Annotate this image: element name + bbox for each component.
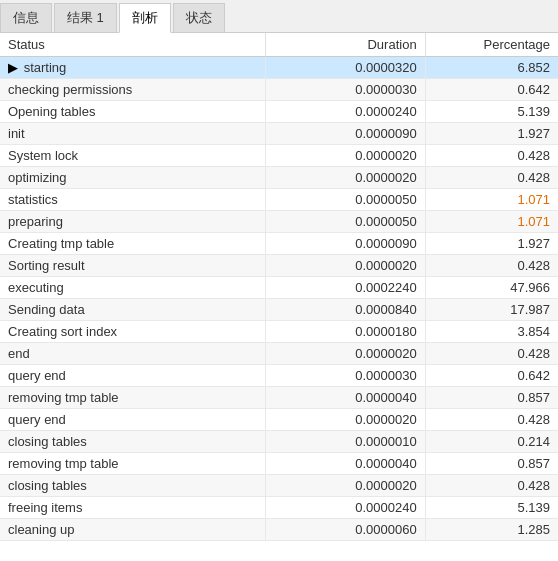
table-row[interactable]: Sorting result0.00000200.428: [0, 255, 558, 277]
cell-duration: 0.0000840: [266, 299, 425, 321]
cell-duration: 0.0000030: [266, 79, 425, 101]
table-row[interactable]: closing tables0.00000100.214: [0, 431, 558, 453]
cell-percentage: 0.428: [425, 167, 558, 189]
table-row[interactable]: ▶ starting0.00003206.852: [0, 57, 558, 79]
cell-percentage: 1.071: [425, 211, 558, 233]
cell-percentage: 47.966: [425, 277, 558, 299]
cell-duration: 0.0000020: [266, 409, 425, 431]
cell-status: checking permissions: [0, 79, 266, 101]
cell-percentage: 0.642: [425, 365, 558, 387]
table-row[interactable]: Creating sort index0.00001803.854: [0, 321, 558, 343]
table-row[interactable]: Opening tables0.00002405.139: [0, 101, 558, 123]
cell-duration: 0.0000020: [266, 475, 425, 497]
cell-status: Creating tmp table: [0, 233, 266, 255]
cell-status: optimizing: [0, 167, 266, 189]
cell-percentage: 1.927: [425, 233, 558, 255]
cell-duration: 0.0000020: [266, 167, 425, 189]
table-row[interactable]: cleaning up0.00000601.285: [0, 519, 558, 541]
cell-status: query end: [0, 365, 266, 387]
cell-duration: 0.0000020: [266, 343, 425, 365]
row-arrow-icon: ▶: [8, 60, 24, 75]
cell-duration: 0.0000050: [266, 211, 425, 233]
table-row[interactable]: Creating tmp table0.00000901.927: [0, 233, 558, 255]
table-row[interactable]: removing tmp table0.00000400.857: [0, 453, 558, 475]
table-row[interactable]: executing0.000224047.966: [0, 277, 558, 299]
cell-percentage: 0.214: [425, 431, 558, 453]
col-header-duration: Duration: [266, 33, 425, 57]
cell-percentage: 5.139: [425, 101, 558, 123]
cell-duration: 0.0000320: [266, 57, 425, 79]
col-header-status: Status: [0, 33, 266, 57]
cell-percentage: 1.285: [425, 519, 558, 541]
cell-duration: 0.0000090: [266, 123, 425, 145]
table-row[interactable]: optimizing0.00000200.428: [0, 167, 558, 189]
cell-percentage: 1.071: [425, 189, 558, 211]
table-row[interactable]: preparing0.00000501.071: [0, 211, 558, 233]
tab-剖析[interactable]: 剖析: [119, 3, 171, 33]
profiling-table: Status Duration Percentage ▶ starting0.0…: [0, 33, 558, 541]
cell-duration: 0.0000040: [266, 453, 425, 475]
cell-percentage: 0.642: [425, 79, 558, 101]
table-row[interactable]: end0.00000200.428: [0, 343, 558, 365]
cell-percentage: 0.428: [425, 145, 558, 167]
cell-status: executing: [0, 277, 266, 299]
cell-duration: 0.0000050: [266, 189, 425, 211]
cell-status: statistics: [0, 189, 266, 211]
cell-duration: 0.0000010: [266, 431, 425, 453]
tab-信息[interactable]: 信息: [0, 3, 52, 32]
cell-status: Sending data: [0, 299, 266, 321]
cell-status: Sorting result: [0, 255, 266, 277]
tab-bar: 信息结果 1剖析状态: [0, 0, 558, 33]
table-content[interactable]: Status Duration Percentage ▶ starting0.0…: [0, 33, 558, 561]
table-row[interactable]: statistics0.00000501.071: [0, 189, 558, 211]
cell-status: Creating sort index: [0, 321, 266, 343]
cell-duration: 0.0000180: [266, 321, 425, 343]
table-row[interactable]: removing tmp table0.00000400.857: [0, 387, 558, 409]
table-row[interactable]: checking permissions0.00000300.642: [0, 79, 558, 101]
cell-status: preparing: [0, 211, 266, 233]
cell-percentage: 0.428: [425, 255, 558, 277]
cell-status: Opening tables: [0, 101, 266, 123]
cell-duration: 0.0000060: [266, 519, 425, 541]
cell-percentage: 1.927: [425, 123, 558, 145]
cell-percentage: 0.428: [425, 409, 558, 431]
cell-status: closing tables: [0, 475, 266, 497]
cell-percentage: 17.987: [425, 299, 558, 321]
table-body: ▶ starting0.00003206.852checking permiss…: [0, 57, 558, 541]
cell-status: removing tmp table: [0, 387, 266, 409]
cell-duration: 0.0000240: [266, 101, 425, 123]
cell-percentage: 0.857: [425, 453, 558, 475]
table-header-row: Status Duration Percentage: [0, 33, 558, 57]
cell-status: closing tables: [0, 431, 266, 453]
cell-percentage: 0.428: [425, 475, 558, 497]
table-row[interactable]: query end0.00000300.642: [0, 365, 558, 387]
cell-duration: 0.0000240: [266, 497, 425, 519]
table-row[interactable]: freeing items0.00002405.139: [0, 497, 558, 519]
cell-percentage: 3.854: [425, 321, 558, 343]
tab-状态[interactable]: 状态: [173, 3, 225, 32]
cell-duration: 0.0000040: [266, 387, 425, 409]
cell-percentage: 0.428: [425, 343, 558, 365]
cell-duration: 0.0000020: [266, 145, 425, 167]
tab-结果 1[interactable]: 结果 1: [54, 3, 117, 32]
cell-status: removing tmp table: [0, 453, 266, 475]
main-window: 信息结果 1剖析状态 Status Duration Percentage ▶ …: [0, 0, 558, 561]
cell-percentage: 0.857: [425, 387, 558, 409]
table-row[interactable]: closing tables0.00000200.428: [0, 475, 558, 497]
table-row[interactable]: Sending data0.000084017.987: [0, 299, 558, 321]
cell-duration: 0.0000090: [266, 233, 425, 255]
cell-status: freeing items: [0, 497, 266, 519]
cell-duration: 0.0000030: [266, 365, 425, 387]
table-row[interactable]: init0.00000901.927: [0, 123, 558, 145]
cell-duration: 0.0000020: [266, 255, 425, 277]
cell-status: System lock: [0, 145, 266, 167]
cell-duration: 0.0002240: [266, 277, 425, 299]
cell-status: init: [0, 123, 266, 145]
cell-status: query end: [0, 409, 266, 431]
table-row[interactable]: query end0.00000200.428: [0, 409, 558, 431]
cell-status: end: [0, 343, 266, 365]
cell-percentage: 5.139: [425, 497, 558, 519]
cell-status: ▶ starting: [0, 57, 266, 79]
table-row[interactable]: System lock0.00000200.428: [0, 145, 558, 167]
cell-status: cleaning up: [0, 519, 266, 541]
